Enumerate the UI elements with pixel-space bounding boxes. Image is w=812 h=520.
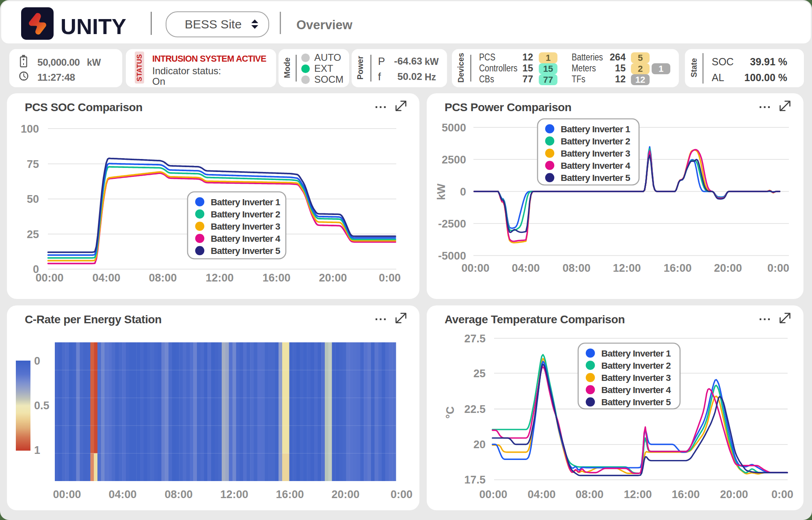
svg-text:1: 1	[34, 444, 40, 456]
svg-text:04:00: 04:00	[527, 488, 555, 501]
svg-text:Battery Inverter 3: Battery Inverter 3	[601, 373, 671, 383]
svg-text:Battery Inverter 2: Battery Inverter 2	[561, 136, 630, 146]
svg-text:Battery Inverter 5: Battery Inverter 5	[561, 173, 630, 183]
svg-text:Battery Inverter 5: Battery Inverter 5	[601, 397, 671, 407]
svg-text:0: 0	[460, 186, 466, 198]
svg-text:0:00: 0:00	[767, 262, 789, 274]
svg-text:0:00: 0:00	[379, 272, 401, 284]
svg-text:5000: 5000	[442, 122, 466, 134]
svg-text:2500: 2500	[442, 154, 466, 166]
svg-text:12:00: 12:00	[624, 488, 652, 501]
svg-text:Battery Inverter 2: Battery Inverter 2	[601, 361, 671, 371]
svg-text:Battery Inverter 3: Battery Inverter 3	[211, 221, 280, 232]
svg-text:04:00: 04:00	[108, 488, 136, 501]
svg-text:00:00: 00:00	[479, 488, 507, 501]
svg-text:0:00: 0:00	[391, 488, 412, 501]
svg-text:-5000: -5000	[438, 250, 466, 262]
svg-text:08:00: 08:00	[164, 488, 192, 501]
svg-text:Battery Inverter 1: Battery Inverter 1	[211, 197, 280, 207]
svg-text:08:00: 08:00	[562, 262, 590, 274]
svg-text:Battery Inverter 4: Battery Inverter 4	[601, 385, 671, 395]
svg-text:27.5: 27.5	[464, 333, 486, 345]
svg-text:17.5: 17.5	[464, 474, 486, 486]
svg-text:100: 100	[21, 123, 39, 135]
svg-text:50: 50	[27, 193, 39, 205]
svg-text:Battery Inverter 1: Battery Inverter 1	[601, 348, 671, 359]
svg-text:00:00: 00:00	[53, 488, 81, 501]
svg-text:20:00: 20:00	[319, 272, 347, 284]
svg-text:0: 0	[34, 355, 40, 367]
svg-text:12:00: 12:00	[205, 272, 233, 284]
svg-text:00:00: 00:00	[35, 272, 63, 284]
svg-text:00:00: 00:00	[461, 262, 489, 274]
svg-text:kW: kW	[435, 183, 447, 200]
svg-text:Battery Inverter 4: Battery Inverter 4	[211, 234, 281, 244]
svg-text:16:00: 16:00	[672, 488, 700, 501]
svg-text:12:00: 12:00	[613, 262, 641, 274]
svg-text:16:00: 16:00	[262, 272, 290, 284]
svg-text:Battery Inverter 1: Battery Inverter 1	[561, 124, 630, 134]
svg-text:20:00: 20:00	[714, 262, 742, 274]
svg-text:20:00: 20:00	[331, 488, 359, 501]
svg-text:04:00: 04:00	[92, 272, 120, 284]
svg-text:25: 25	[473, 367, 486, 380]
svg-text:08:00: 08:00	[575, 488, 603, 501]
svg-text:20: 20	[473, 438, 486, 451]
svg-text:22.5: 22.5	[464, 403, 486, 415]
svg-text:16:00: 16:00	[663, 262, 691, 274]
svg-text:16:00: 16:00	[276, 488, 304, 501]
svg-text:Battery Inverter 4: Battery Inverter 4	[561, 161, 631, 171]
svg-text:25: 25	[27, 228, 39, 241]
svg-text:08:00: 08:00	[149, 272, 177, 284]
svg-text:0.5: 0.5	[34, 400, 50, 412]
svg-text:0:00: 0:00	[771, 488, 793, 501]
svg-text:°C: °C	[444, 406, 456, 419]
svg-text:04:00: 04:00	[512, 262, 540, 274]
svg-text:Battery Inverter 3: Battery Inverter 3	[561, 148, 630, 159]
svg-text:-2500: -2500	[438, 218, 466, 230]
svg-text:20:00: 20:00	[720, 488, 748, 501]
svg-text:75: 75	[27, 158, 39, 170]
svg-text:Battery Inverter 2: Battery Inverter 2	[211, 209, 280, 219]
svg-text:Battery Inverter 5: Battery Inverter 5	[211, 246, 280, 256]
svg-text:12:00: 12:00	[220, 488, 248, 501]
